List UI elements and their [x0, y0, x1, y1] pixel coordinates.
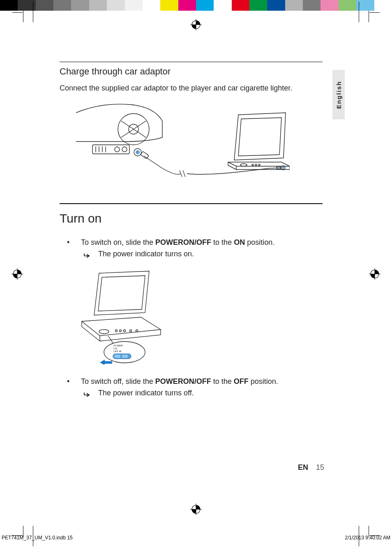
subsection-title: Charge through car adaptor: [60, 66, 323, 77]
page-footer: EN 15: [298, 463, 324, 472]
divider: [60, 62, 323, 62]
crop-mark: [23, 11, 23, 22]
registration-mark-icon: [190, 504, 202, 515]
figure-power-switch: POWER ON OFF IR: [79, 270, 161, 365]
svg-point-27: [258, 164, 260, 166]
text: To switch on, slide the: [81, 238, 155, 246]
page-content: Charge through car adaptor Connect the s…: [60, 62, 323, 401]
divider-thick: [60, 203, 323, 204]
crop-mark: [359, 2, 359, 22]
svg-point-32: [115, 330, 118, 332]
keyword: OFF: [234, 377, 249, 385]
list-item: To switch off, slide the POWERON/OFF to …: [67, 376, 323, 399]
text: to the: [211, 377, 234, 385]
svg-point-20: [122, 147, 127, 152]
print-timestamp: 2/1/2013 9:40:02 AM: [345, 535, 390, 541]
registration-mark-icon: [190, 19, 202, 30]
svg-point-22: [136, 150, 140, 154]
svg-point-35: [130, 330, 132, 332]
svg-point-26: [255, 164, 257, 166]
figure-car-adaptor: [76, 100, 290, 183]
page-number: 15: [316, 463, 324, 471]
body-text: Connect the supplied car adaptor to the …: [60, 83, 323, 94]
crop-mark: [369, 11, 369, 22]
crop-mark: [12, 12, 23, 13]
crop-mark: [369, 12, 380, 13]
svg-point-37: [104, 341, 145, 363]
svg-point-31: [99, 330, 109, 334]
text: The power indicator turns on.: [98, 250, 194, 258]
svg-point-19: [115, 147, 120, 152]
print-file-name: PET741M_37_UM_V1.0.indb 15: [2, 535, 73, 541]
text: To switch off, slide the: [81, 377, 155, 385]
svg-point-33: [120, 330, 122, 332]
result-arrow-icon: [83, 390, 91, 395]
keyword: ON/OFF: [183, 377, 211, 385]
keyword: POWER: [155, 377, 183, 385]
svg-rect-14: [92, 145, 129, 154]
svg-point-36: [136, 330, 138, 332]
instruction-list: To switch off, slide the POWERON/OFF to …: [60, 376, 323, 399]
registration-mark-icon: [369, 268, 380, 280]
switch-label-power: POWER: [113, 344, 123, 347]
text: to the: [211, 238, 234, 246]
keyword: ON/OFF: [183, 238, 211, 246]
language-tab-label: English: [335, 81, 342, 109]
text: The power indicator turns off.: [98, 389, 194, 397]
section-title: Turn on: [60, 211, 323, 225]
result-arrow-icon: [83, 251, 91, 256]
text: position.: [249, 377, 278, 385]
instruction-list: To switch on, slide the POWERON/OFF to t…: [60, 237, 323, 260]
language-tab: English: [332, 70, 345, 119]
svg-rect-39: [115, 355, 120, 358]
registration-mark-icon: [12, 268, 23, 280]
sub-item: The power indicator turns on.: [81, 248, 323, 260]
svg-rect-40: [122, 355, 128, 358]
print-color-bar: [0, 0, 392, 11]
list-item: To switch on, slide the POWERON/OFF to t…: [67, 237, 323, 260]
text: position.: [245, 238, 274, 246]
sub-item: The power indicator turns off.: [81, 388, 323, 399]
switch-label-on: ON: [113, 347, 117, 350]
footer-lang: EN: [298, 463, 308, 471]
svg-rect-23: [141, 151, 149, 159]
svg-point-34: [124, 330, 126, 332]
svg-point-25: [252, 164, 254, 166]
crop-mark: [33, 2, 33, 22]
svg-point-29: [282, 167, 284, 169]
switch-label-off: OFF IR: [113, 350, 122, 353]
keyword: POWER: [155, 238, 183, 246]
keyword: ON: [234, 238, 245, 246]
svg-point-24: [240, 164, 247, 166]
